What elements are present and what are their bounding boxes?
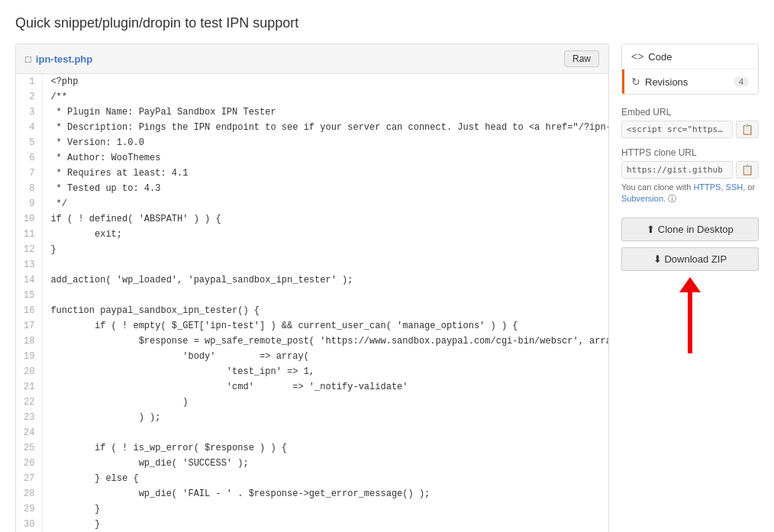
- line-content: wp_die( 'SUCCESS' );: [43, 456, 609, 471]
- table-row: 16function paypal_sandbox_ipn_tester() {: [16, 303, 609, 318]
- line-number: 5: [16, 135, 43, 150]
- line-number: 10: [16, 211, 43, 227]
- line-number: 6: [16, 150, 43, 166]
- code-icon: <>: [631, 50, 643, 63]
- line-content: * Plugin Name: PayPal Sandbox IPN Tester: [43, 105, 609, 120]
- file-name: ipn-test.php: [36, 53, 92, 65]
- line-number: 26: [16, 456, 43, 471]
- clone-desktop-button[interactable]: ⬆ Clone in Desktop: [621, 218, 759, 241]
- line-number: 14: [16, 272, 43, 288]
- table-row: 30 }: [16, 517, 609, 532]
- download-zip-button[interactable]: ⬇ Download ZIP: [621, 247, 759, 271]
- table-row: 17 if ( ! empty( $_GET['ipn-test'] ) && …: [16, 318, 609, 334]
- line-content: $response = wp_safe_remote_post( 'https:…: [43, 334, 609, 349]
- sidebar: <> Code ↻ Revisions 4 Embed URL 📋 HTTPS …: [621, 44, 759, 532]
- file-icon: □: [25, 53, 31, 65]
- line-content: function paypal_sandbox_ipn_tester() {: [43, 303, 609, 318]
- line-number: 13: [16, 257, 43, 272]
- line-number: 4: [16, 120, 43, 135]
- table-row: 18 $response = wp_safe_remote_post( 'htt…: [16, 334, 609, 349]
- line-number: 16: [16, 303, 43, 318]
- table-row: 26 wp_die( 'SUCCESS' );: [16, 456, 609, 471]
- line-number: 17: [16, 318, 43, 334]
- line-content: 'cmd' => '_notify-validate': [43, 379, 609, 395]
- table-row: 29 }: [16, 501, 609, 517]
- table-row: 28 wp_die( 'FAIL - ' . $response->get_er…: [16, 486, 609, 501]
- line-content: <?php: [43, 74, 609, 89]
- table-row: 13: [16, 257, 609, 272]
- copy-clone-button[interactable]: 📋: [736, 161, 759, 179]
- sidebar-tabs: <> Code ↻ Revisions 4: [621, 44, 759, 95]
- tab-revisions[interactable]: ↻ Revisions 4: [622, 69, 758, 94]
- tab-code-label: Code: [648, 51, 749, 63]
- table-row: 21 'cmd' => '_notify-validate': [16, 379, 609, 395]
- line-content: * Version: 1.0.0: [43, 135, 609, 150]
- table-row: 4 * Description: Pings the IPN endpoint …: [16, 120, 609, 135]
- table-row: 27 } else {: [16, 471, 609, 486]
- line-number: 20: [16, 364, 43, 379]
- https-clone-input[interactable]: [621, 161, 733, 179]
- line-number: 24: [16, 425, 43, 440]
- tab-code[interactable]: <> Code: [622, 44, 758, 69]
- revisions-icon: ↻: [631, 76, 640, 88]
- line-content: if ( ! is_wp_error( $response ) ) {: [43, 440, 609, 456]
- line-content: * Requires at least: 4.1: [43, 166, 609, 181]
- code-panel: □ ipn-test.php Raw 1<?php2/**3 * Plugin …: [15, 44, 609, 532]
- code-table: 1<?php2/**3 * Plugin Name: PayPal Sandbo…: [16, 74, 609, 532]
- line-number: 12: [16, 242, 43, 257]
- line-number: 25: [16, 440, 43, 456]
- table-row: 6 * Author: WooThemes: [16, 150, 609, 166]
- table-row: 1<?php: [16, 74, 609, 89]
- line-number: 3: [16, 105, 43, 120]
- table-row: 10if ( ! defined( 'ABSPATH' ) ) {: [16, 211, 609, 227]
- table-row: 15: [16, 288, 609, 303]
- table-row: 23 ) );: [16, 410, 609, 425]
- raw-button[interactable]: Raw: [564, 50, 599, 67]
- line-content: [43, 257, 609, 272]
- line-number: 8: [16, 181, 43, 196]
- line-content: }: [43, 501, 609, 517]
- line-content: * Author: WooThemes: [43, 150, 609, 166]
- arrow-annotation: [621, 277, 759, 353]
- revisions-badge: 4: [734, 76, 749, 87]
- table-row: 5 * Version: 1.0.0: [16, 135, 609, 150]
- https-clone-label: HTTPS clone URL: [621, 147, 759, 158]
- clone-help-text: You can clone with HTTPS, SSH, or Subver…: [621, 182, 759, 205]
- table-row: 12}: [16, 242, 609, 257]
- subversion-link[interactable]: Subversion: [621, 194, 663, 203]
- https-link[interactable]: HTTPS: [693, 182, 721, 192]
- line-content: /**: [43, 89, 609, 105]
- line-content: }: [43, 517, 609, 532]
- line-content: add_action( 'wp_loaded', 'paypal_sandbox…: [43, 272, 609, 288]
- embed-url-label: Embed URL: [621, 107, 759, 118]
- table-row: 14add_action( 'wp_loaded', 'paypal_sandb…: [16, 272, 609, 288]
- line-content: ) );: [43, 410, 609, 425]
- table-row: 3 * Plugin Name: PayPal Sandbox IPN Test…: [16, 105, 609, 120]
- table-row: 11 exit;: [16, 227, 609, 242]
- line-content: wp_die( 'FAIL - ' . $response->get_error…: [43, 486, 609, 501]
- line-content: if ( ! empty( $_GET['ipn-test'] ) && cur…: [43, 318, 609, 334]
- line-content: ): [43, 395, 609, 410]
- tab-revisions-label: Revisions: [645, 76, 729, 88]
- line-number: 1: [16, 74, 43, 89]
- line-content: if ( ! defined( 'ABSPATH' ) ) {: [43, 211, 609, 227]
- table-row: 2/**: [16, 89, 609, 105]
- line-content: 'body' => array(: [43, 349, 609, 364]
- table-row: 24: [16, 425, 609, 440]
- table-row: 20 'test_ipn' => 1,: [16, 364, 609, 379]
- ssh-link[interactable]: SSH: [726, 182, 743, 192]
- arrow-shaft: [688, 292, 692, 353]
- line-number: 28: [16, 486, 43, 501]
- page-title: Quick snippet/plugin/dropin to test IPN …: [15, 15, 759, 31]
- line-content: [43, 425, 609, 440]
- line-content: } else {: [43, 471, 609, 486]
- action-buttons: ⬆ Clone in Desktop⬇ Download ZIP: [621, 218, 759, 353]
- embed-url-input[interactable]: [621, 121, 733, 138]
- line-number: 9: [16, 196, 43, 211]
- line-number: 22: [16, 395, 43, 410]
- line-number: 2: [16, 89, 43, 105]
- line-number: 29: [16, 501, 43, 517]
- line-number: 7: [16, 166, 43, 181]
- line-number: 21: [16, 379, 43, 395]
- copy-embed-button[interactable]: 📋: [736, 121, 759, 138]
